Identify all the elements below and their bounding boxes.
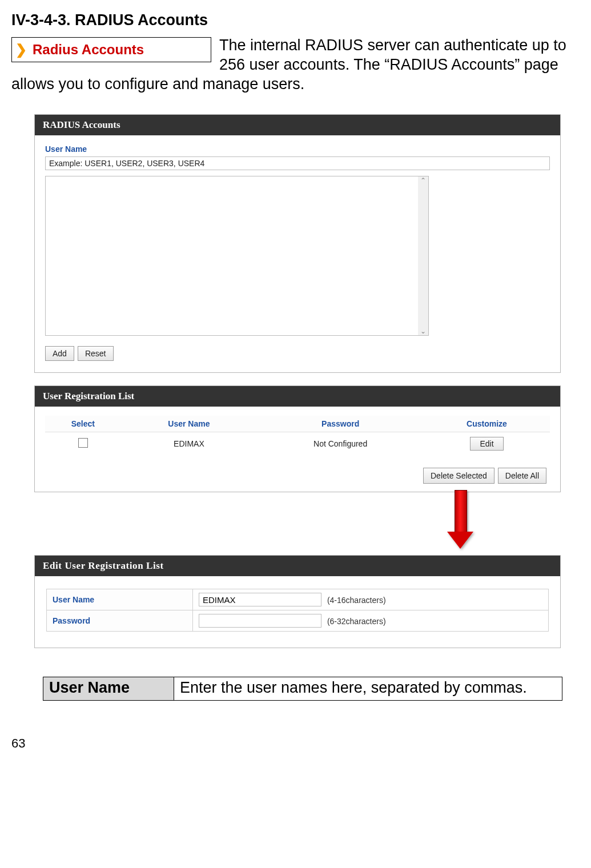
- panel-list-title: User Registration List: [35, 386, 560, 407]
- panel-radius-accounts: RADIUS Accounts User Name ⌃ ⌄ Add Reset: [34, 114, 561, 373]
- col-username: User Name: [121, 416, 258, 432]
- arrow-down-icon: [447, 490, 473, 550]
- select-checkbox[interactable]: [78, 438, 88, 448]
- desc-key: User Name: [43, 677, 174, 701]
- col-password: Password: [257, 416, 424, 432]
- panel-edit-user-registration: Edit User Registration List User Name (4…: [34, 555, 561, 648]
- cell-password: Not Configured: [257, 432, 424, 456]
- nav-badge-label: Radius Accounts: [33, 41, 144, 58]
- description-table: User Name Enter the user names here, sep…: [43, 677, 562, 701]
- delete-all-button[interactable]: Delete All: [498, 468, 546, 484]
- username-label: User Name: [45, 144, 550, 154]
- scroll-down-icon[interactable]: ⌄: [420, 327, 426, 335]
- panel-edit-title: Edit User Registration List: [35, 556, 560, 576]
- edit-password-input[interactable]: [199, 614, 321, 628]
- edit-button[interactable]: Edit: [470, 437, 503, 451]
- edit-username-label: User Name: [47, 589, 193, 610]
- scrollbar[interactable]: ⌃ ⌄: [418, 176, 428, 335]
- section-heading: IV-3-4-3. RADIUS Accounts: [11, 11, 591, 29]
- edit-form-table: User Name (4-16characters) Password (6-3…: [46, 589, 549, 632]
- intro-paragraph: ❯ Radius Accounts The internal RADIUS se…: [11, 36, 591, 94]
- reset-button[interactable]: Reset: [78, 346, 114, 361]
- chevron-right-icon: ❯: [15, 41, 27, 58]
- desc-value: Enter the user names here, separated by …: [174, 677, 562, 701]
- add-button[interactable]: Add: [45, 346, 74, 361]
- edit-username-hint: (4-16characters): [324, 596, 386, 605]
- page-number: 63: [11, 736, 591, 751]
- edit-username-input[interactable]: [199, 593, 321, 606]
- user-list-table: Select User Name Password Customize EDIM…: [45, 416, 550, 455]
- username-example-input[interactable]: [45, 156, 550, 170]
- username-textarea[interactable]: ⌃ ⌄: [45, 176, 429, 336]
- panel-user-registration-list: User Registration List Select User Name …: [34, 385, 561, 492]
- panel-accounts-title: RADIUS Accounts: [35, 115, 560, 135]
- edit-password-label: Password: [47, 610, 193, 632]
- cell-username: EDIMAX: [121, 432, 258, 456]
- edit-password-hint: (6-32characters): [324, 617, 386, 626]
- scroll-up-icon[interactable]: ⌃: [420, 176, 426, 184]
- col-select: Select: [45, 416, 121, 432]
- col-customize: Customize: [424, 416, 550, 432]
- delete-selected-button[interactable]: Delete Selected: [423, 468, 494, 484]
- nav-badge: ❯ Radius Accounts: [11, 37, 211, 62]
- table-row: EDIMAX Not Configured Edit: [45, 432, 550, 456]
